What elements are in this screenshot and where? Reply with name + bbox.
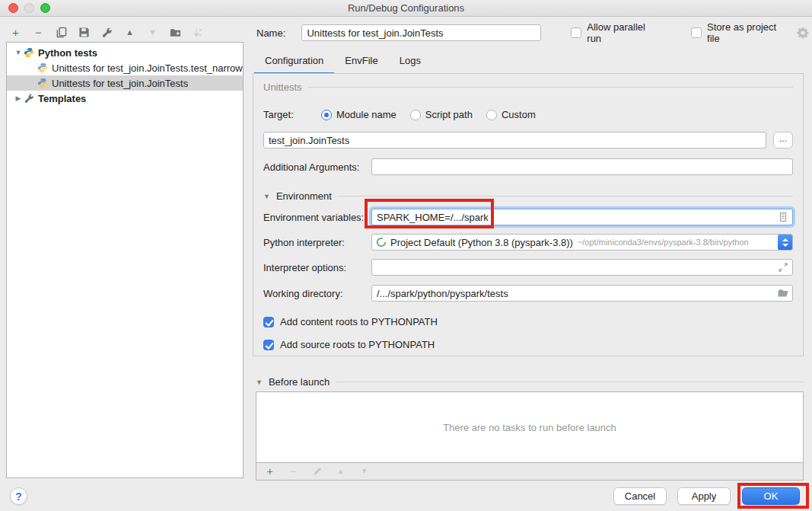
window-title: Run/Debug Configurations xyxy=(348,2,464,14)
content-roots-checkbox[interactable] xyxy=(263,317,274,327)
radio-icon[interactable] xyxy=(410,110,421,120)
collapse-triangle-icon[interactable]: ▼ xyxy=(263,193,270,200)
tree-item-unittest-narrow[interactable]: Unittests for test_join.JoinTests.test_n… xyxy=(7,60,243,75)
apply-button[interactable]: Apply xyxy=(677,487,731,505)
empty-tasks-message: There are no tasks to run before launch xyxy=(443,422,616,433)
radio-label: Custom xyxy=(502,109,536,120)
radio-custom[interactable]: Custom xyxy=(486,109,536,120)
add-icon[interactable]: + xyxy=(9,26,22,39)
before-launch-toolbar: + − ▲ ▼ xyxy=(256,463,804,481)
remove-icon[interactable]: − xyxy=(32,26,45,39)
name-input[interactable] xyxy=(301,24,541,41)
store-as-project-file-option[interactable]: Store as project file xyxy=(691,21,791,44)
target-row: Target: Module name Script path Custom xyxy=(263,109,793,120)
save-icon[interactable] xyxy=(78,26,91,39)
tab-logs[interactable]: Logs xyxy=(389,50,431,73)
tree-item-unittest-jointests[interactable]: Unittests for test_join.JoinTests xyxy=(7,75,243,91)
collapse-triangle-icon[interactable]: ▼ xyxy=(256,378,263,386)
interpreter-options-label: Interpreter options: xyxy=(263,262,371,273)
module-name-input[interactable] xyxy=(263,132,766,149)
tree-item-templates[interactable]: ▶ Templates xyxy=(7,91,243,106)
help-button[interactable]: ? xyxy=(10,487,27,505)
configurations-tree: ▼ Python tests Unittests for test_join.J… xyxy=(6,42,244,478)
environment-section-title: Environment xyxy=(276,190,332,202)
conda-environment-icon xyxy=(376,237,387,248)
move-up-icon[interactable]: ▲ xyxy=(123,26,136,39)
unittests-group-title: Unittests xyxy=(263,81,302,93)
dropdown-stepper-icon[interactable] xyxy=(778,234,793,251)
settings-tabs: Configuration EnvFile Logs xyxy=(254,50,431,73)
tree-item-python-tests[interactable]: ▼ Python tests xyxy=(7,45,243,60)
python-test-icon xyxy=(37,62,48,73)
python-interpreter-label: Python interpreter: xyxy=(263,237,371,248)
target-label: Target: xyxy=(263,109,321,120)
allow-parallel-run-option[interactable]: Allow parallel run xyxy=(571,21,661,44)
working-directory-input[interactable] xyxy=(371,285,793,302)
store-as-project-file-checkbox[interactable] xyxy=(691,27,702,38)
chevron-right-icon[interactable]: ▶ xyxy=(13,94,24,102)
source-roots-option[interactable]: Add source roots to PYTHONPATH xyxy=(263,339,793,350)
divider xyxy=(308,87,793,88)
add-task-icon[interactable]: + xyxy=(263,465,276,478)
python-test-icon xyxy=(37,78,48,88)
templates-wrench-icon xyxy=(24,93,34,104)
title-bar: Run/Debug Configurations xyxy=(0,0,812,17)
unittests-group-header: Unittests xyxy=(263,81,793,93)
divider xyxy=(336,382,804,382)
remove-task-icon: − xyxy=(287,465,300,478)
python-interpreter-select[interactable]: Project Default (Python 3.8 (pyspark-3.8… xyxy=(371,234,793,251)
interpreter-path: ~/opt/miniconda3/envs/pyspark-3.8/bin/py… xyxy=(578,238,749,247)
working-directory-row: Working directory: xyxy=(263,285,793,302)
python-interpreter-row: Python interpreter: Project Default (Pyt… xyxy=(263,234,793,251)
target-options: Module name Script path Custom xyxy=(321,109,536,120)
cancel-button[interactable]: Cancel xyxy=(613,487,667,505)
additional-arguments-label: Additional Arguments: xyxy=(263,161,371,173)
ok-button[interactable]: OK xyxy=(742,487,800,505)
additional-arguments-input[interactable] xyxy=(371,158,793,175)
radio-icon[interactable] xyxy=(486,110,497,120)
chevron-down-icon[interactable]: ▼ xyxy=(13,49,24,56)
edit-task-icon xyxy=(310,465,323,478)
edit-templates-icon[interactable] xyxy=(100,26,113,39)
gear-icon[interactable] xyxy=(797,27,809,39)
edit-variables-icon[interactable] xyxy=(777,211,789,223)
move-task-up-icon: ▲ xyxy=(334,465,347,478)
name-row: Name: Allow parallel run Store as projec… xyxy=(256,24,809,41)
tab-configuration[interactable]: Configuration xyxy=(254,50,334,73)
source-roots-checkbox[interactable] xyxy=(263,340,274,350)
radio-selected-icon[interactable] xyxy=(321,110,332,120)
copy-icon[interactable] xyxy=(55,26,68,39)
content-roots-option[interactable]: Add content roots to PYTHONPATH xyxy=(263,316,793,327)
move-task-down-icon: ▼ xyxy=(358,465,371,478)
browse-module-button[interactable]: ... xyxy=(773,132,793,149)
environment-section-header[interactable]: ▼ Environment xyxy=(263,190,793,202)
minimize-window-button xyxy=(24,3,34,13)
close-window-button[interactable] xyxy=(8,3,18,13)
zoom-window-button[interactable] xyxy=(40,3,50,13)
svg-text:z: z xyxy=(199,32,201,37)
content-roots-label: Add content roots to PYTHONPATH xyxy=(280,316,438,327)
radio-label: Module name xyxy=(336,109,396,120)
expand-field-icon[interactable] xyxy=(777,261,789,273)
sort-icon: az xyxy=(192,26,205,39)
tree-item-label: Templates xyxy=(38,93,86,104)
source-roots-label: Add source roots to PYTHONPATH xyxy=(280,339,435,350)
allow-parallel-run-checkbox[interactable] xyxy=(571,27,581,38)
new-folder-icon[interactable] xyxy=(169,26,182,39)
configurations-toolbar: + − ▲ ▼ az xyxy=(9,24,205,40)
environment-variables-input[interactable] xyxy=(371,209,793,225)
interpreter-options-input[interactable] xyxy=(371,259,793,276)
radio-script-path[interactable]: Script path xyxy=(410,109,473,120)
before-launch-task-list: There are no tasks to run before launch xyxy=(256,391,804,463)
before-launch-header[interactable]: ▼ Before launch xyxy=(256,376,804,388)
python-tests-icon xyxy=(24,47,34,58)
tree-item-label: Unittests for test_join.JoinTests xyxy=(52,78,188,89)
before-launch-title: Before launch xyxy=(269,376,330,388)
environment-variables-label: Environment variables: xyxy=(263,212,371,223)
environment-variables-row: Environment variables: xyxy=(263,209,793,225)
radio-module-name[interactable]: Module name xyxy=(321,109,396,120)
module-name-row: ... xyxy=(263,132,793,149)
tab-envfile[interactable]: EnvFile xyxy=(334,50,388,73)
folder-icon[interactable] xyxy=(777,287,789,299)
tree-item-label: Python tests xyxy=(38,47,97,59)
